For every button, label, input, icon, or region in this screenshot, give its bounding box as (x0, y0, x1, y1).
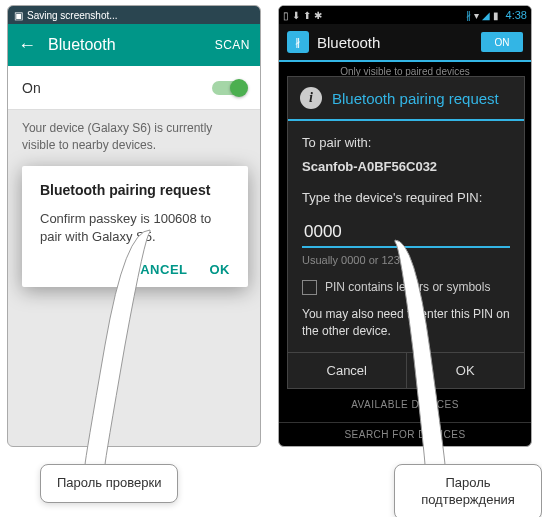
available-devices-label: AVAILABLE DEVICES (279, 391, 531, 418)
bluetooth-toggle[interactable] (212, 81, 246, 95)
callout-verify-password: Пароль проверки (40, 464, 178, 503)
signal-icon: ▾ (474, 10, 479, 21)
scan-button[interactable]: SCAN (215, 38, 250, 52)
notif-icon: ▯ (283, 10, 289, 21)
pairing-dialog: Bluetooth pairing request Confirm passke… (22, 166, 248, 287)
clock: 4:38 (506, 9, 527, 21)
battery-icon: ▮ (493, 10, 499, 21)
header: ∦ Bluetooth ON (279, 24, 531, 62)
callout-confirm-password: Пароль подтверждения (394, 464, 542, 517)
status-bar: ▣ Saving screenshot... (8, 6, 260, 24)
checkbox[interactable] (302, 280, 317, 295)
dialog-title: Bluetooth pairing request (332, 90, 499, 107)
dialog-title-row: i Bluetooth pairing request (288, 77, 524, 121)
bluetooth-on-row: On (8, 66, 260, 110)
pair-with-label: To pair with: (302, 133, 510, 153)
notif-icon: ✱ (314, 10, 322, 21)
checkbox-label: PIN contains letters or symbols (325, 278, 490, 296)
pin-input[interactable] (302, 218, 510, 248)
pin-letters-checkbox-row[interactable]: PIN contains letters or symbols (302, 278, 510, 296)
dialog-body: Confirm passkey is 100608 to pair with G… (40, 210, 230, 246)
device-name: Scanfob-A0BF56C032 (302, 157, 510, 177)
bluetooth-icon: ∦ (466, 10, 471, 21)
status-text: Saving screenshot... (27, 10, 118, 21)
cancel-button[interactable]: CANCEL (130, 262, 187, 277)
on-label: On (22, 80, 212, 96)
phone-light: ▣ Saving screenshot... ← Bluetooth SCAN … (7, 5, 261, 447)
notif-icon: ⬆ (303, 10, 311, 21)
status-bar: ▯ ⬇ ⬆ ✱ ∦ ▾ ◢ ▮ 4:38 (279, 6, 531, 24)
phone-dark: ▯ ⬇ ⬆ ✱ ∦ ▾ ◢ ▮ 4:38 ∦ Bluetooth ON Only… (278, 5, 532, 447)
pairing-dialog: i Bluetooth pairing request To pair with… (287, 76, 525, 389)
save-icon: ▣ (14, 10, 23, 21)
search-devices-button[interactable]: SEARCH FOR DEVICES (279, 422, 531, 446)
wifi-icon: ◢ (482, 10, 490, 21)
dialog-title: Bluetooth pairing request (40, 182, 230, 198)
header: ← Bluetooth SCAN (8, 24, 260, 66)
pin-hint-usually: Usually 0000 or 1234 (302, 252, 510, 269)
bluetooth-app-icon: ∦ (287, 31, 309, 53)
visibility-text: Your device (Galaxy S6) is currently vis… (8, 110, 260, 164)
pin-note: You may also need to enter this PIN on t… (302, 306, 510, 340)
header-title: Bluetooth (317, 34, 481, 51)
bluetooth-on-button[interactable]: ON (481, 32, 523, 52)
ok-button[interactable]: OK (407, 353, 525, 388)
notif-icon: ⬇ (292, 10, 300, 21)
info-icon: i (300, 87, 322, 109)
ok-button[interactable]: OK (210, 262, 231, 277)
dialog-actions: Cancel OK (288, 352, 524, 388)
type-pin-hint: Type the device's required PIN: (302, 188, 510, 208)
cancel-button[interactable]: Cancel (288, 353, 407, 388)
dialog-actions: CANCEL OK (40, 262, 230, 277)
header-title: Bluetooth (48, 36, 215, 54)
back-arrow-icon[interactable]: ← (18, 35, 36, 56)
